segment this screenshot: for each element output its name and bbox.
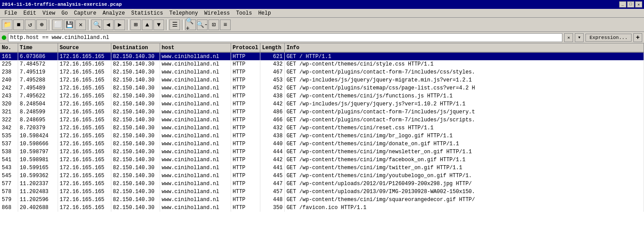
col-header-source[interactable]: Source [58,43,111,52]
resize-columns-button[interactable]: ≡ [220,19,231,30]
menu-capture[interactable]: Capture [71,9,99,17]
maximize-button[interactable]: □ [627,1,634,8]
find-button[interactable]: 🔍 [91,19,102,30]
menu-help[interactable]: Help [255,9,274,17]
col-header-host[interactable]: host [160,43,231,52]
expand-button[interactable]: ⊞ [130,19,141,30]
close-button[interactable]: ✕ [635,1,642,8]
capture-opts-button[interactable]: ⊕ [36,19,47,30]
separator-5 [182,19,184,30]
separator-1 [49,19,51,30]
separator-4 [166,19,168,30]
table-row[interactable]: 57911.202596172.16.165.16582.150.140.30w… [0,196,644,204]
table-row[interactable]: 86820.402688172.16.165.16582.150.140.30w… [0,204,644,212]
open-button[interactable]: ⬜ [52,19,63,30]
table-row[interactable]: 1616.073686172.16.165.16582.150.140.30ww… [0,52,644,60]
minimize-button[interactable]: _ [619,1,626,8]
menu-analyze[interactable]: Analyze [100,9,127,17]
table-row[interactable]: 3208.248504172.16.165.16582.150.140.30ww… [0,100,644,108]
zoom-reset-button[interactable]: ⊡ [208,19,219,30]
window-title: 2014-11-16-traffic-analysis-exercise.pca… [2,2,122,7]
filter-clear-button[interactable]: ✕ [564,33,573,42]
menu-tools[interactable]: Tools [233,9,255,17]
table-row[interactable]: 57811.202483172.16.165.16582.150.140.30w… [0,188,644,196]
colorize-button[interactable]: ☰ [169,19,180,30]
open-file-button[interactable]: 📁 [2,19,12,30]
filter-input[interactable] [8,33,562,42]
col-header-protocol[interactable]: Protocol [231,43,260,52]
packet-table: No. Time Source Destination host Protoco… [0,43,644,212]
menu-telephony[interactable]: Telephony [167,9,201,17]
filter-add-button[interactable]: + [633,33,642,42]
table-row[interactable]: 2387.495119172.16.165.16582.150.140.30ww… [0,68,644,76]
down-button[interactable]: ▼ [153,19,164,30]
table-row[interactable]: 54510.599362172.16.165.16582.150.140.30w… [0,172,644,180]
col-header-no[interactable]: No. [0,43,18,52]
table-header: No. Time Source Destination host Protoco… [0,43,644,52]
window-controls: _ □ ✕ [619,1,642,8]
menu-statistics[interactable]: Statistics [129,9,166,17]
filter-status-indicator [2,35,6,40]
table-row[interactable]: 2427.495489172.16.165.16582.150.140.30ww… [0,84,644,92]
menu-wireless[interactable]: Wireless [202,9,233,17]
table-row[interactable]: 53510.598424172.16.165.16582.150.140.30w… [0,132,644,140]
table-row[interactable]: 3218.248599172.16.165.16582.150.140.30ww… [0,108,644,116]
zoom-out-button[interactable]: 🔍- [197,19,208,30]
table-row[interactable]: 2407.495288172.16.165.16582.150.140.30ww… [0,76,644,84]
expression-button[interactable]: Expression... [585,34,632,42]
back-button[interactable]: ◀ [103,19,114,30]
table-row[interactable]: 2437.495622172.16.165.16582.150.140.30ww… [0,92,644,100]
filter-bar: ✕ ▼ Expression... + [0,32,644,43]
table-row[interactable]: 54110.598981172.16.165.16582.150.140.30w… [0,156,644,164]
save-button[interactable]: 💾 [64,19,75,30]
separator-3 [127,19,129,30]
col-header-length[interactable]: Length [260,43,285,52]
toolbar: 📁 ■ ↺ ⊕ ⬜ 💾 ✕ 🔍 ◀ ▶ ⊞ ▲ ▼ ☰ 🔍+ 🔍- ⊡ ≡ [0,18,644,32]
menu-file[interactable]: File [2,9,20,17]
table-row[interactable]: 3428.720379172.16.165.16582.150.140.30ww… [0,124,644,132]
reload-button[interactable]: ↺ [25,19,35,30]
table-row[interactable]: 2257.484572172.16.165.16582.150.140.30ww… [0,60,644,68]
table-row[interactable]: 57711.202337172.16.165.16582.150.140.30w… [0,180,644,188]
col-header-destination[interactable]: Destination [111,43,160,52]
menu-edit[interactable]: Edit [21,9,39,17]
stop-button[interactable]: ■ [13,19,24,30]
menu-go[interactable]: Go [59,9,70,17]
menu-view[interactable]: View [40,9,58,17]
table-row[interactable]: 54310.599165172.16.165.16582.150.140.30w… [0,164,644,172]
close-capture-button[interactable]: ✕ [75,19,86,30]
up-button[interactable]: ▲ [142,19,153,30]
menu-bar: File Edit View Go Capture Analyze Statis… [0,9,644,18]
col-header-info[interactable]: Info [285,43,644,52]
col-header-time[interactable]: Time [18,43,58,52]
separator-2 [88,19,90,30]
packet-list: No. Time Source Destination host Protoco… [0,43,644,252]
zoom-in-button[interactable]: 🔍+ [185,19,196,30]
forward-button[interactable]: ▶ [114,19,125,30]
table-row[interactable]: 53710.598666172.16.165.16582.150.140.30w… [0,140,644,148]
table-row[interactable]: 3228.248695172.16.165.16582.150.140.30ww… [0,116,644,124]
table-row[interactable]: 53810.598797172.16.165.16582.150.140.30w… [0,148,644,156]
filter-arrow-button[interactable]: ▼ [575,33,584,42]
packet-rows: 1616.073686172.16.165.16582.150.140.30ww… [0,52,644,212]
title-bar: 2014-11-16-traffic-analysis-exercise.pca… [0,0,644,9]
